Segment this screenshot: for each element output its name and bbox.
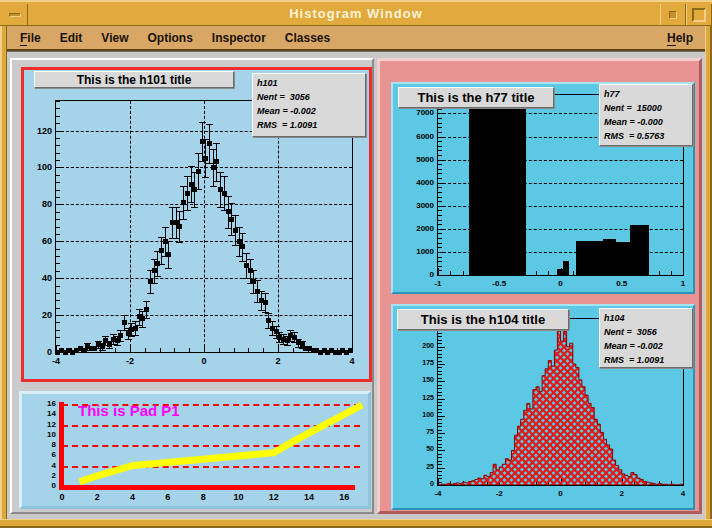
menu-edit[interactable]: Edit [60,31,83,45]
menu-options[interactable]: Options [148,31,193,45]
p1-title[interactable]: This is Pad P1 [78,402,180,419]
y-axis-tick [438,127,442,128]
error-bar-cap [213,143,220,144]
y-axis-tick [56,153,60,154]
maximize-button[interactable] [686,4,712,25]
error-bar-cap [276,332,283,333]
pad-h77[interactable]: This is the h77 title h77 Nent = 15000 M… [391,82,695,294]
y-axis-tick [438,164,442,165]
maximize-icon [692,8,706,22]
menu-inspector[interactable]: Inspector [212,31,266,45]
y-axis-tick-label: 175 [400,359,434,366]
error-bar-cap [121,315,128,316]
data-marker [237,239,242,244]
h77-title: This is the h77 title [417,90,534,105]
window-frame-left[interactable] [0,26,7,528]
h104-stats-box[interactable]: h104 Nent = 3056 Mean = -0.002 RMS = 1.0… [599,308,693,368]
h101-plot-frame[interactable]: 020406080100120-4-2024 [55,100,353,353]
error-bar-cap [128,336,135,337]
error-bar-cap [225,196,232,197]
y-axis-tick-label: 100 [18,162,52,172]
y-axis-tick [56,330,60,331]
window-menu-button[interactable] [2,4,28,25]
y-axis-tick [56,241,63,242]
histogram-bar [603,239,615,275]
stats-line: Nent = 15000 [604,101,688,115]
error-bar-cap [243,253,250,254]
y-axis-tick [438,247,442,248]
y-axis-tick [438,132,442,133]
y-axis-tick [56,227,60,228]
data-marker [189,182,194,187]
window-menu-dash-icon [9,13,21,17]
y-axis-tick [56,256,60,257]
data-marker [177,224,182,229]
x-axis-tick [450,271,451,275]
x-axis-tick-label: -0.5 [479,279,519,288]
y-axis-tick [438,183,445,184]
x-axis-tick [248,348,249,352]
p1-plot[interactable]: 02468101214160246810121416 [22,394,368,506]
menu-classes[interactable]: Classes [285,31,330,45]
h101-stats-box[interactable]: h101 Nent = 3056 Mean = -0.002 RMS = 1.0… [252,73,366,137]
y-axis-tick [438,201,442,202]
y-axis-tick [56,337,60,338]
x-axis-tick-label: -1 [418,279,458,288]
y-axis-tick [438,146,442,147]
error-bar-cap [110,334,117,335]
h104-title-box[interactable]: This is the h104 title [397,309,569,330]
menu-view[interactable]: View [101,31,128,45]
canvas-left[interactable]: This is the h101 title h101 Nent = 3056 … [10,58,374,514]
error-bar-cap [176,242,183,243]
stats-line: h104 [604,311,688,325]
x-axis-tick-label: -2 [479,489,519,498]
y-axis-tick [56,190,60,191]
y-axis-tick [56,204,63,205]
histogram-bar [469,101,527,275]
error-bar-cap [258,291,265,292]
error-bar-cap [202,177,209,178]
canvas-area: This is the h101 title h101 Nent = 3056 … [7,51,705,519]
menu-file[interactable]: File [20,31,41,45]
histogram-window: Histogram Window File Edit View Options … [0,0,712,528]
window-frame-bottom[interactable] [0,519,712,528]
canvas-right[interactable]: This is the h77 title h77 Nent = 15000 M… [377,58,702,514]
error-bar-cap [217,172,224,173]
h77-title-box[interactable]: This is the h77 title [398,87,554,108]
histogram-bar [563,261,569,275]
y-axis-tick [438,238,442,239]
y-axis-tick-label: 2000 [400,224,434,233]
minimize-button[interactable] [660,4,686,25]
error-bar-cap [143,318,150,319]
error-bar-cap [254,280,261,281]
h101-title: This is the h101 title [77,73,192,87]
pad-h104[interactable]: This is the h104 title h104 Nent = 3056 … [391,304,695,510]
y-axis-tick-label: 1000 [400,247,434,256]
x-axis-tick-label: -4 [36,356,76,366]
error-bar-cap [280,334,287,335]
y-axis-tick [438,233,442,234]
error-bar-cap [99,350,106,351]
pad-h101[interactable]: This is the h101 title h101 Nent = 3056 … [21,67,372,382]
y-axis-tick [438,224,442,225]
data-marker [263,300,268,305]
y-axis-tick [56,315,63,316]
y-axis-tick [438,229,445,230]
error-bar-cap [188,166,195,167]
error-bar-cap [151,283,158,284]
y-axis-tick-label: 60 [18,236,52,246]
h101-title-box[interactable]: This is the h101 title [34,71,234,88]
h77-stats-box[interactable]: h77 Nent = 15000 Mean = -0.000 RMS = 0.5… [599,84,693,146]
y-axis-tick [56,108,60,109]
y-axis-tick [438,118,442,119]
x-axis-tick [293,348,294,352]
pad-p1[interactable]: 02468101214160246810121416 This is Pad P… [19,391,371,509]
y-axis-tick [438,109,442,110]
menu-help[interactable]: Help [667,31,693,45]
window-frame-right[interactable] [705,26,712,528]
window-titlebar[interactable]: Histogram Window [0,0,712,26]
y-axis-tick-label: 40 [18,273,52,283]
y-axis-tick [438,169,442,170]
error-bar-cap [273,326,280,327]
y-axis-tick [438,192,442,193]
